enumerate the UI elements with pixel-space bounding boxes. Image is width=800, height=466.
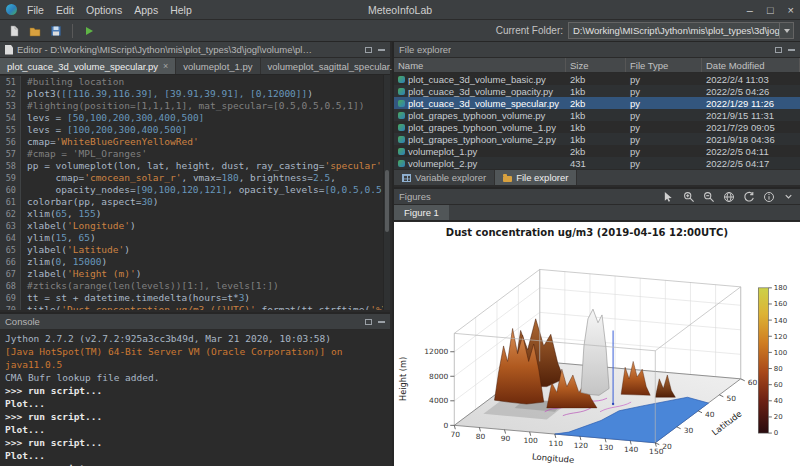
- column-header-name[interactable]: Name: [394, 58, 566, 72]
- editor-tab[interactable]: plot_cuace_3d_volume_specular.py×: [0, 58, 176, 74]
- save-button[interactable]: [48, 23, 64, 39]
- code-line[interactable]: 51#builing location: [0, 76, 383, 88]
- menu-help[interactable]: Help: [170, 4, 192, 16]
- code-line[interactable]: 68#zticks(arange(len(levels))[1:], level…: [0, 280, 383, 292]
- python-file-icon: [398, 112, 405, 119]
- code-line[interactable]: 58pp = volumeplot(lon, lat, height, dust…: [0, 160, 383, 172]
- white-peak: [581, 309, 609, 395]
- console-output[interactable]: Jython 2.7.2 (v2.7.2:925a3cc3b49d, Mar 2…: [0, 330, 390, 466]
- maximize-button[interactable]: □: [767, 4, 774, 16]
- code-text: pp = volumeplot(lon, lat, height, dust, …: [21, 160, 383, 172]
- zoom-in-icon[interactable]: [682, 190, 695, 203]
- file-row[interactable]: volumeplot_2.py431py2022/2/5 04:17: [394, 157, 800, 169]
- minimize-button[interactable]: –: [747, 4, 753, 16]
- menu-edit[interactable]: Edit: [56, 4, 74, 16]
- minimize-panel-icon[interactable]: [378, 321, 385, 323]
- run-button[interactable]: [81, 23, 97, 39]
- code-line[interactable]: 57#cmap = 'MPL_Oranges': [0, 148, 383, 160]
- code-line[interactable]: 67zlabel('Height (m)'): [0, 268, 383, 280]
- code-line[interactable]: 65ylabel('Latitude'): [0, 244, 383, 256]
- scrollbar-thumb[interactable]: [385, 170, 389, 232]
- figure-plot[interactable]: 7080901001101201301401502030405060040008…: [394, 222, 800, 466]
- code-line[interactable]: 56cmap='WhiteBlueGreenYellowRed': [0, 136, 383, 148]
- code-area[interactable]: 51#builing location52plot3([[116.39,116.…: [0, 75, 383, 310]
- tab-close-icon[interactable]: ×: [163, 61, 168, 71]
- file-name: plot_grapes_typhoon_volume.py: [408, 110, 545, 121]
- file-row[interactable]: plot_cuace_3d_volume_basic.py2kbpy2022/2…: [394, 73, 800, 85]
- console-line: Plot...: [5, 449, 385, 462]
- dust-volume-terrain: [494, 309, 675, 408]
- line-number: 67: [0, 268, 21, 280]
- toolbar-separator: [72, 24, 73, 38]
- zoom-out-icon[interactable]: [702, 190, 715, 203]
- current-folder-label: Current Folder:: [496, 25, 563, 36]
- code-line[interactable]: 69tt = st + datetime.timedelta(hours=t*3…: [0, 292, 383, 304]
- file-row[interactable]: plot_grapes_typhoon_volume_2.py1kbpy2021…: [394, 133, 800, 145]
- line-number: 69: [0, 292, 21, 304]
- console-line: >>> run script...: [5, 384, 385, 397]
- select-arrow-icon[interactable]: [662, 190, 675, 203]
- code-line[interactable]: 52plot3([[116.39,116.39], [39.91,39.91],…: [0, 88, 383, 100]
- code-line[interactable]: 53#lighting(position=[1,1,1,1], mat_spec…: [0, 100, 383, 112]
- code-line[interactable]: 60 opacity_nodes=[90,100,120,121], opaci…: [0, 184, 383, 196]
- console-header: Console: [0, 314, 390, 330]
- float-panel-icon[interactable]: [775, 47, 782, 53]
- chart-title: Dust concentration ug/m3 (2019-04-16 12:…: [446, 227, 728, 238]
- code-line[interactable]: 70title('Dust concentration ug/m3 ({}UTC…: [0, 304, 383, 310]
- column-header-file-type[interactable]: File Type: [626, 58, 702, 72]
- tab-variable-explorer[interactable]: Variable explorer: [394, 170, 495, 185]
- y-axis-label: Latitude: [710, 409, 744, 438]
- code-line[interactable]: 66zlim(0, 15000): [0, 256, 383, 268]
- file-row[interactable]: plot_grapes_typhoon_volume.py1kbpy2021/9…: [394, 109, 800, 121]
- editor-header-title: Editor - D:\Working\MIScript\Jython\mis\…: [17, 44, 317, 55]
- minimize-panel-icon[interactable]: [378, 49, 385, 51]
- file-row[interactable]: plot_cuace_3d_volume_opacity.py1kbpy2022…: [394, 85, 800, 97]
- code-line[interactable]: 59 cmap='cmocean_solar_r', vmax=180, bri…: [0, 172, 383, 184]
- code-line[interactable]: 54levs = [50,100,200,300,400,500]: [0, 112, 383, 124]
- menu-apps[interactable]: Apps: [134, 4, 158, 16]
- file-table-header: NameSizeFile TypeDate Modified: [394, 58, 800, 73]
- editor-tab[interactable]: volumeplot_sagittal_specular.py: [261, 58, 411, 74]
- file-name-cell: volumeplot_1.py: [394, 146, 566, 157]
- tab-file-explorer[interactable]: File explorer: [495, 170, 577, 185]
- rotate-icon[interactable]: [742, 190, 755, 203]
- code-line[interactable]: 62xlim(65, 155): [0, 208, 383, 220]
- open-folder-button[interactable]: [27, 23, 43, 39]
- file-type: py: [626, 122, 702, 133]
- figure-tab[interactable]: Figure 1: [394, 205, 449, 220]
- file-row[interactable]: plot_grapes_typhoon_volume_1.py1kbpy2021…: [394, 121, 800, 133]
- file-explorer-panel: File explorer NameSizeFile TypeDate Modi…: [394, 42, 800, 185]
- float-panel-icon[interactable]: [365, 47, 372, 53]
- file-row[interactable]: volumeplot_1.py2kbpy2022/2/5 04:11: [394, 145, 800, 157]
- figures-panel: Figures: [394, 187, 800, 466]
- chevron-down-icon[interactable]: [782, 190, 795, 203]
- line-number: 68: [0, 280, 21, 292]
- code-line[interactable]: 64ylim(15, 65): [0, 232, 383, 244]
- current-folder-combobox[interactable]: D:\Working\MIScript\Jython\mis\plot_type…: [568, 22, 794, 39]
- console-line: Jython 2.7.2 (v2.7.2:925a3cc3b49d, Mar 2…: [5, 332, 385, 345]
- python-file-icon: [398, 100, 405, 107]
- code-text: zlim(0, 15000): [21, 256, 107, 268]
- tick-label: 0: [774, 430, 778, 438]
- chevron-down-icon[interactable]: [779, 23, 793, 38]
- code-line[interactable]: 55levs = [100,200,300,400,500]: [0, 124, 383, 136]
- tick-label: 130: [599, 443, 614, 452]
- code-line[interactable]: 61colorbar(pp, aspect=30): [0, 196, 383, 208]
- code-text: #builing location: [21, 76, 124, 88]
- editor-scrollbar[interactable]: [383, 75, 390, 310]
- menu-options[interactable]: Options: [86, 4, 122, 16]
- editor-tab[interactable]: volumeplot_1.py: [176, 58, 260, 74]
- new-file-button[interactable]: [6, 23, 22, 39]
- code-line[interactable]: 63xlabel('Longitude'): [0, 220, 383, 232]
- info-icon[interactable]: [762, 190, 775, 203]
- tick-label: 20: [662, 442, 672, 451]
- file-row[interactable]: plot_cuace_3d_volume_specular.py2kbpy202…: [394, 97, 800, 109]
- full-extent-globe-icon[interactable]: [722, 190, 735, 203]
- column-header-size[interactable]: Size: [566, 58, 626, 72]
- close-button[interactable]: ×: [788, 4, 794, 16]
- minimize-panel-icon[interactable]: [788, 49, 795, 51]
- column-header-date-modified[interactable]: Date Modified: [702, 58, 800, 72]
- menu-file[interactable]: File: [27, 4, 44, 16]
- float-panel-icon[interactable]: [365, 319, 372, 325]
- titlebar: FileEditOptionsAppsHelp MeteoInfoLab – □…: [0, 0, 800, 20]
